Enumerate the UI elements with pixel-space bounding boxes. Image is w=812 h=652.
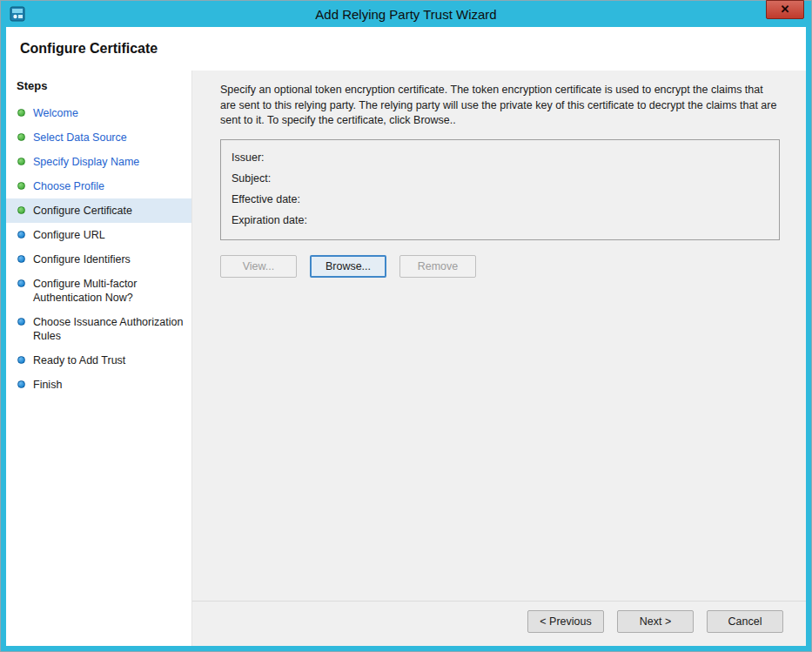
main-inner: Specify an optional token encryption cer…: [192, 83, 806, 278]
step-status-icon: [17, 255, 25, 263]
step-status-icon: [17, 231, 25, 239]
step-label: Configure Certificate: [33, 204, 132, 218]
step-label: Choose Profile: [33, 179, 104, 193]
steps-list: Welcome Select Data Source Specify Displ…: [6, 101, 191, 397]
step-status-icon: [17, 380, 25, 388]
step-label: Finish: [33, 378, 62, 392]
view-button: View...: [220, 255, 297, 278]
remove-button: Remove: [399, 255, 476, 278]
step-select-data-source[interactable]: Select Data Source: [6, 125, 191, 150]
window-content: Configure Certificate Steps Welcome Sele…: [6, 27, 806, 646]
step-label: Choose Issuance Authorization Rules: [33, 315, 185, 343]
step-status-icon: [17, 158, 25, 165]
step-status-icon: [17, 206, 25, 214]
page-title: Configure Certificate: [20, 41, 158, 57]
certificate-field-label: Subject:: [232, 172, 327, 185]
step-label: Welcome: [33, 106, 78, 120]
certificate-field-row: Effective date:: [232, 189, 768, 210]
step-finish: Finish: [6, 373, 191, 397]
step-configure-identifiers: Configure Identifiers: [6, 247, 191, 272]
step-status-icon: [17, 279, 25, 287]
step-status-icon: [17, 318, 25, 326]
page-header: Configure Certificate: [6, 27, 806, 71]
step-label: Configure URL: [33, 228, 105, 242]
step-configure-certificate: Configure Certificate: [6, 198, 191, 223]
certificate-field-row: Expiration date:: [232, 210, 768, 231]
body-row: Steps Welcome Select Data Source Specify…: [6, 71, 806, 646]
step-status-icon: [17, 133, 25, 141]
step-status-icon: [17, 182, 25, 190]
step-label: Specify Display Name: [33, 155, 139, 169]
main-panel: Specify an optional token encryption cer…: [192, 71, 806, 646]
certificate-field-row: Issuer:: [232, 147, 768, 168]
step-configure-url: Configure URL: [6, 223, 191, 247]
step-configure-multi-factor-authentication-now: Configure Multi-factor Authentication No…: [6, 272, 191, 310]
certificate-field-label: Effective date:: [232, 193, 327, 205]
certificate-field-label: Issuer:: [232, 151, 327, 164]
step-choose-issuance-authorization-rules: Choose Issuance Authorization Rules: [6, 310, 191, 348]
step-label: Ready to Add Trust: [33, 353, 125, 367]
next-button[interactable]: Next >: [617, 610, 694, 633]
wizard-footer: < Previous Next > Cancel: [192, 601, 806, 646]
step-label: Configure Multi-factor Authentication No…: [33, 277, 185, 305]
certificate-field-label: Expiration date:: [232, 214, 327, 226]
instructions-text: Specify an optional token encryption cer…: [220, 83, 780, 129]
previous-button[interactable]: < Previous: [527, 610, 604, 633]
step-choose-profile[interactable]: Choose Profile: [6, 174, 191, 198]
step-welcome[interactable]: Welcome: [6, 101, 191, 125]
certificate-field-row: Subject:: [232, 168, 768, 189]
close-button[interactable]: ✕: [766, 0, 804, 19]
cancel-button[interactable]: Cancel: [707, 610, 783, 633]
titlebar: Add Relying Party Trust Wizard ✕: [6, 1, 806, 27]
step-label: Select Data Source: [33, 131, 127, 145]
steps-sidebar: Steps Welcome Select Data Source Specify…: [6, 71, 192, 646]
window-title: Add Relying Party Trust Wizard: [6, 7, 806, 22]
browse-button[interactable]: Browse...: [310, 255, 386, 278]
spacer: [192, 278, 806, 602]
certificate-info-box: Issuer: Subject: Effective date: Expirat…: [220, 139, 780, 240]
step-ready-to-add-trust: Ready to Add Trust: [6, 348, 191, 373]
step-status-icon: [17, 356, 25, 364]
certificate-buttons: View... Browse... Remove: [220, 255, 780, 278]
step-status-icon: [17, 109, 25, 117]
steps-heading: Steps: [6, 72, 191, 101]
step-specify-display-name[interactable]: Specify Display Name: [6, 150, 191, 174]
step-label: Configure Identifiers: [33, 252, 131, 266]
wizard-window: Add Relying Party Trust Wizard ✕ Configu…: [0, 0, 812, 652]
